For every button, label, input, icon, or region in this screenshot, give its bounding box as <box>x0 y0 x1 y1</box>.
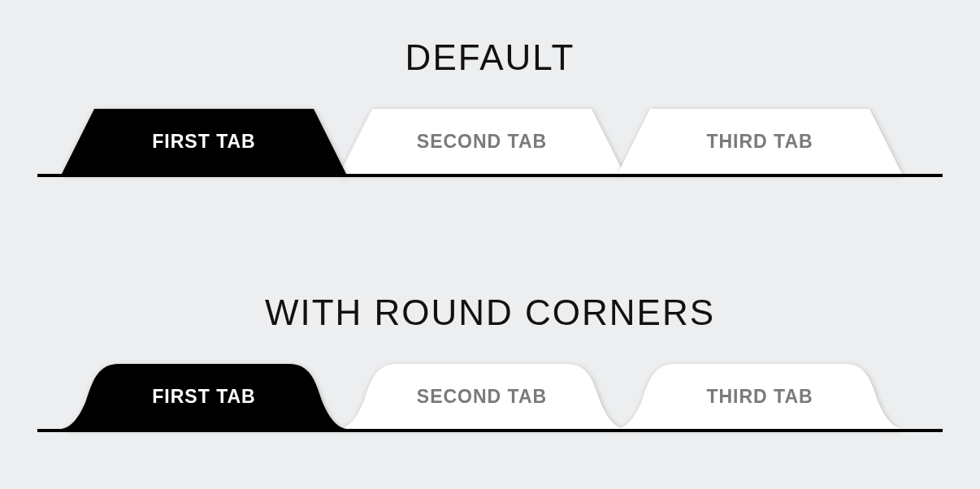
tab-label: THIRD TAB <box>706 131 813 153</box>
tabs-round: FIRST TAB SECOND TAB THIRD TAB <box>62 364 902 429</box>
tabstrip-round: FIRST TAB SECOND TAB THIRD TAB <box>37 364 943 432</box>
tabstrip-baseline <box>37 174 943 177</box>
heading-default: DEFAULT <box>0 37 980 78</box>
tabstrip-default: FIRST TAB SECOND TAB THIRD TAB <box>37 109 943 177</box>
tab-label: FIRST TAB <box>152 131 255 153</box>
tabstrip-baseline <box>37 429 943 432</box>
heading-round: WITH ROUND CORNERS <box>0 292 980 333</box>
tab-third[interactable]: THIRD TAB <box>618 364 902 429</box>
tab-label: SECOND TAB <box>417 131 547 153</box>
tab-first[interactable]: FIRST TAB <box>62 364 346 429</box>
tab-label: THIRD TAB <box>706 386 813 408</box>
tab-first[interactable]: FIRST TAB <box>62 109 346 174</box>
tabs-default: FIRST TAB SECOND TAB THIRD TAB <box>62 109 902 174</box>
tab-third[interactable]: THIRD TAB <box>618 109 902 174</box>
tab-second[interactable]: SECOND TAB <box>340 364 624 429</box>
tab-label: SECOND TAB <box>417 386 547 408</box>
tab-second[interactable]: SECOND TAB <box>340 109 624 174</box>
tab-label: FIRST TAB <box>152 386 255 408</box>
section-round: WITH ROUND CORNERS FIRST TAB SECOND TAB … <box>0 292 980 432</box>
section-default: DEFAULT FIRST TAB SECOND TAB THIRD TAB <box>0 37 980 177</box>
